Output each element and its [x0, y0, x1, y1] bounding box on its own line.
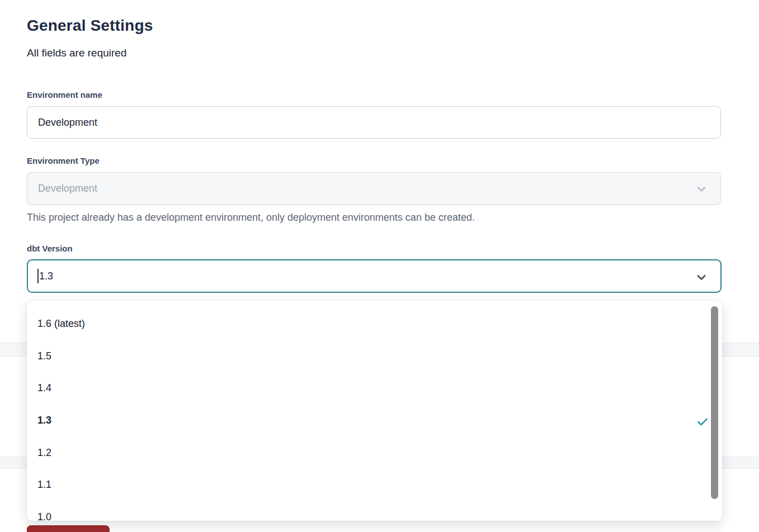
dbt-version-dropdown: 1.6 (latest) 1.5 1.4 1.3 1.2 1.1 1.0	[27, 301, 722, 521]
environment-name-input[interactable]	[27, 106, 721, 139]
dbt-version-combobox[interactable]: 1.3	[27, 259, 722, 293]
environment-name-label: Environment name	[27, 90, 102, 99]
chevron-down-icon	[695, 270, 708, 284]
dbt-version-value: 1.3	[39, 270, 53, 282]
delete-button[interactable]	[27, 525, 110, 532]
dropdown-option[interactable]: 1.6 (latest)	[27, 308, 722, 340]
dropdown-option[interactable]: 1.0	[27, 501, 722, 521]
dropdown-option-selected[interactable]: 1.3	[27, 405, 722, 437]
dropdown-option[interactable]: 1.1	[27, 469, 722, 501]
page-title: General Settings	[27, 17, 153, 35]
check-icon	[698, 417, 708, 425]
dbt-version-label: dbt Version	[27, 244, 73, 253]
dropdown-option[interactable]: 1.2	[27, 436, 722, 469]
environment-type-value: Development	[38, 183, 97, 194]
dropdown-scrollbar-thumb[interactable]	[711, 306, 718, 499]
text-caret	[37, 269, 39, 283]
environment-type-help-text: This project already has a development e…	[27, 212, 731, 224]
page-subtitle: All fields are required	[27, 47, 126, 59]
environment-type-label: Environment Type	[27, 156, 99, 165]
dropdown-option[interactable]: 1.5	[27, 340, 722, 373]
dropdown-option-label: 1.3	[37, 415, 51, 426]
dropdown-option[interactable]: 1.4	[27, 372, 722, 405]
environment-type-select: Development	[27, 172, 721, 205]
chevron-down-icon	[695, 182, 708, 196]
